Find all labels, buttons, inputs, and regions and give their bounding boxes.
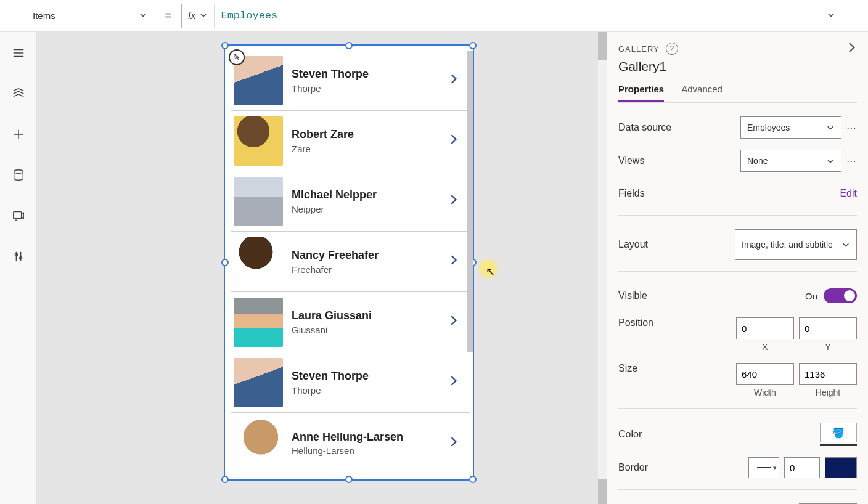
size-label: Size [618,363,637,374]
fields-edit-link[interactable]: Edit [840,188,857,199]
layout-value: Image, title, and subtitle [742,239,833,250]
chevron-right-icon[interactable] [449,132,462,149]
property-selector[interactable]: Items [25,4,155,28]
list-item-text: Steven Thorpe Thorpe [292,369,441,395]
size-width-input[interactable]: 640 [736,363,794,385]
chevron-right-icon[interactable] [449,435,462,452]
insert-icon[interactable] [11,127,26,142]
divider [618,271,857,272]
panel-tabs: Properties Advanced [618,84,857,103]
views-label: Views [618,155,644,166]
hamburger-icon[interactable] [11,46,26,60]
avatar [234,358,283,407]
tab-advanced[interactable]: Advanced [681,84,723,102]
border-width-input[interactable]: 0 [784,457,820,478]
chevron-down-icon: ▾ [773,464,777,472]
fx-button[interactable]: fx [182,4,215,28]
color-picker[interactable]: 🪣 [820,423,857,446]
panel-header: GALLERY ? [618,42,857,55]
list-item[interactable]: Nancy Freehafer Freehafer [231,232,470,292]
list-item-title: Robert Zare [292,128,441,142]
gallery-scrollbar[interactable] [467,51,473,352]
avatar [234,237,283,287]
list-item-subtitle: Neipper [292,204,441,214]
border-style-dropdown[interactable]: ▾ [748,457,779,478]
list-item[interactable]: Michael Neipper Neipper [231,171,470,232]
chevron-right-icon[interactable] [449,193,462,209]
chevron-down-icon [841,240,850,249]
left-rail [0,32,37,504]
chevron-right-icon[interactable] [449,253,462,270]
list-item[interactable]: Robert Zare Zare [231,111,470,171]
color-underline [820,444,857,446]
gallery-items: Steven Thorpe Thorpe Robert Zare Zare [225,46,473,479]
data-source-value: Employees [747,123,790,132]
list-item[interactable]: Steven Thorpe Thorpe [231,352,470,413]
data-source-label: Data source [618,122,671,133]
chevron-down-icon [199,10,208,22]
layout-dropdown[interactable]: Image, title, and subtitle [735,229,857,260]
list-item-title: Steven Thorpe [292,67,441,81]
divider [618,408,857,409]
visible-toggle[interactable] [824,288,857,303]
list-item-title: Anne Hellung-Larsen [292,430,441,444]
svg-point-0 [14,170,23,174]
data-source-dropdown[interactable]: Employees [740,116,841,139]
tools-icon[interactable] [11,249,26,264]
list-item[interactable]: Steven Thorpe Thorpe [231,51,470,111]
main-area: ✎ Steven Thorpe Thorpe Robert Zare Zare [0,32,868,504]
avatar [234,116,283,166]
help-icon[interactable]: ? [666,43,678,55]
position-x-sublabel: X [736,342,794,352]
position-x-input[interactable]: 0 [736,317,794,339]
visible-label: Visible [618,290,647,301]
layout-label: Layout [618,239,648,250]
size-width-sublabel: Width [736,388,794,397]
views-dropdown[interactable]: None [740,150,841,172]
avatar [234,177,283,226]
formula-text[interactable]: Employees [221,10,835,22]
tree-view-icon[interactable] [11,86,26,101]
list-item-title: Michael Neipper [292,188,441,202]
chevron-right-icon[interactable] [449,374,462,391]
size-height-input[interactable]: 1136 [799,363,857,385]
list-item-subtitle: Giussani [292,325,441,335]
scrollbar-thumb[interactable] [598,479,607,504]
formula-expand-icon[interactable] [827,10,835,22]
list-item-text: Steven Thorpe Thorpe [292,67,441,93]
tab-properties[interactable]: Properties [618,84,664,102]
size-height-sublabel: Height [799,388,857,397]
position-label: Position [618,317,653,328]
border-label: Border [618,462,648,473]
chevron-down-icon [826,123,835,132]
list-item-title: Steven Thorpe [292,369,441,383]
border-color-swatch[interactable] [825,457,857,478]
more-icon[interactable]: ⋯ [846,155,857,167]
list-item-title: Laura Giussani [292,309,441,323]
data-icon[interactable] [11,168,26,182]
avatar [234,298,283,347]
list-item-text: Robert Zare Zare [292,128,441,153]
canvas[interactable]: ✎ Steven Thorpe Thorpe Robert Zare Zare [37,32,607,504]
list-item[interactable]: Anne Hellung-Larsen Hellung-Larsen [231,413,470,473]
canvas-scrollbar[interactable] [598,32,607,504]
formula-input-wrapper: fx Employees [181,4,843,28]
fx-label: fx [188,10,195,22]
control-name: Gallery1 [618,59,857,74]
edit-template-icon[interactable]: ✎ [229,49,245,65]
chevron-right-icon[interactable] [846,42,857,55]
list-item[interactable]: Laura Giussani Giussani [231,292,470,352]
chevron-right-icon[interactable] [449,314,462,330]
panel-type: GALLERY [618,44,660,54]
formula-bar: Items = fx Employees [0,0,868,32]
media-icon[interactable] [11,208,26,223]
gallery-control[interactable]: ✎ Steven Thorpe Thorpe Robert Zare Zare [225,46,473,479]
position-y-input[interactable]: 0 [799,317,857,339]
views-value: None [747,156,768,166]
scrollbar-thumb[interactable] [598,32,607,60]
avatar [234,418,283,468]
list-item-text: Laura Giussani Giussani [292,309,441,335]
list-item-subtitle: Thorpe [292,385,441,396]
more-icon[interactable]: ⋯ [846,122,857,134]
chevron-right-icon[interactable] [449,72,462,89]
